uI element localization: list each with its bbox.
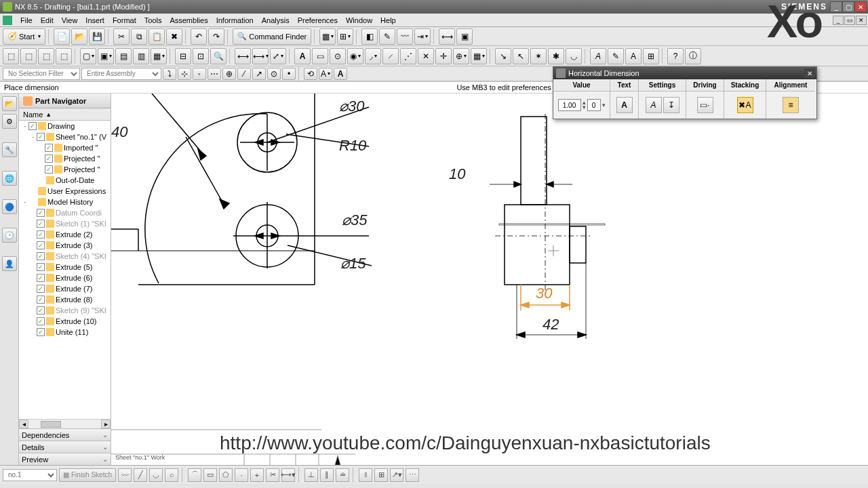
text-a-icon[interactable]: A xyxy=(294,48,311,64)
sk-poly-icon[interactable]: ⬠ xyxy=(219,468,233,482)
mdi-minimize[interactable]: _ xyxy=(833,16,844,25)
dialog-close-button[interactable]: ✕ xyxy=(804,68,815,78)
snap3-icon[interactable]: ◦ xyxy=(193,68,206,80)
roles-tab[interactable]: 👤 xyxy=(2,256,17,271)
sk-dim-icon[interactable]: ⟷▾ xyxy=(281,468,295,482)
snap9-icon[interactable]: • xyxy=(282,68,296,80)
decimal-input[interactable] xyxy=(587,99,601,111)
dim2-icon[interactable]: ⊡ xyxy=(193,48,209,64)
value-input[interactable] xyxy=(558,99,581,111)
sel3-icon[interactable]: ⬚ xyxy=(38,48,54,64)
sk-c2-icon[interactable]: ∥ xyxy=(320,468,334,482)
sk-profile-icon[interactable]: 〰 xyxy=(118,468,132,482)
sk-trim-icon[interactable]: ✂ xyxy=(266,468,279,482)
tree-row[interactable]: ✓Extrude (3) xyxy=(19,240,111,251)
datum-icon[interactable]: ◧ xyxy=(361,28,378,45)
center-icon[interactable]: ✕ xyxy=(418,48,434,64)
sk-circle-icon[interactable]: ○ xyxy=(165,468,178,482)
snap6-icon[interactable]: ∕ xyxy=(237,68,251,80)
preview-section[interactable]: Preview⌄ xyxy=(19,453,111,465)
paste-icon[interactable]: 📋 xyxy=(149,28,165,45)
menu-window[interactable]: Window xyxy=(342,15,376,26)
weld-icon[interactable]: ⟋ xyxy=(382,48,399,64)
finish-sketch-button[interactable]: ▦ Finish Sketch xyxy=(59,468,116,482)
save-icon[interactable]: 💾 xyxy=(89,28,105,45)
tree-row[interactable]: Out-of-Date xyxy=(19,175,111,186)
tree-row[interactable]: ✓Extrude (2) xyxy=(19,229,111,240)
gdt-icon[interactable]: ▭ xyxy=(312,48,328,64)
sel4-icon[interactable]: ⬚ xyxy=(56,48,72,64)
start-button[interactable]: 🧭Start▾ xyxy=(3,28,45,45)
info-icon[interactable]: ⓘ xyxy=(685,48,701,64)
open-icon[interactable]: 📂 xyxy=(71,28,87,45)
settings-a-button[interactable]: A xyxy=(646,97,662,113)
details-section[interactable]: Details⌄ xyxy=(19,441,111,453)
layer-icon[interactable]: ▦▾ xyxy=(319,28,336,45)
tree-row[interactable]: ✓Extrude (6) xyxy=(19,272,111,283)
tan-icon[interactable]: ◡ xyxy=(566,48,582,64)
sk-c3-icon[interactable]: ≐ xyxy=(336,468,349,482)
sk-line-icon[interactable]: ╱ xyxy=(134,468,147,482)
tree-row[interactable]: ✓Projected " xyxy=(19,153,111,164)
mdi-close[interactable]: ✕ xyxy=(856,16,867,25)
cut-icon[interactable]: ✂ xyxy=(113,28,130,45)
minimize-button[interactable]: _ xyxy=(830,1,842,12)
mdi-restore[interactable]: ▭ xyxy=(844,16,855,25)
tree-row[interactable]: -✓Drawing xyxy=(19,121,111,131)
tree-row[interactable]: ✓Unite (11) xyxy=(19,327,111,338)
settings-arrow-button[interactable]: ↧ xyxy=(663,97,679,113)
navigator-tree[interactable]: -✓Drawing-✓Sheet "no.1" (V✓Imported "✓Pr… xyxy=(19,121,111,419)
tree-row[interactable]: -Model History xyxy=(19,197,111,207)
end2-icon[interactable]: ↖ xyxy=(513,48,529,64)
menu-file[interactable]: File xyxy=(16,15,37,26)
snap7-icon[interactable]: ↗ xyxy=(252,68,266,80)
dialog-title-bar[interactable]: Horizontal Dimension ✕ xyxy=(553,67,816,79)
balloon-icon[interactable]: ◉▾ xyxy=(347,48,363,64)
reuse-tab[interactable]: 🌐 xyxy=(2,171,17,186)
sk-fillet-icon[interactable]: ⌒ xyxy=(188,468,201,482)
command-finder[interactable]: 🔍Command Finder xyxy=(233,28,311,45)
constraint-tab[interactable]: 🔧 xyxy=(2,142,17,157)
drawing-canvas[interactable]: ⌀30 R10 ⌀35 ⌀15 40 xyxy=(111,94,868,465)
close-button[interactable]: ✕ xyxy=(854,1,867,12)
end1-icon[interactable]: ↘ xyxy=(495,48,511,64)
par-dim-icon[interactable]: ⤢▾ xyxy=(270,48,286,64)
part-navigator-tab[interactable]: 📂 xyxy=(2,96,17,111)
surf-icon[interactable]: ◞▾ xyxy=(365,48,381,64)
sk-c1-icon[interactable]: ⊥ xyxy=(304,468,318,482)
table-icon[interactable]: ▦▾ xyxy=(471,48,487,64)
menu-insert[interactable]: Insert xyxy=(81,15,108,26)
view2-icon[interactable]: ▣▾ xyxy=(98,48,114,64)
driving-button[interactable]: ▭∙ xyxy=(697,97,713,113)
ver-dim-icon[interactable]: ⟷▾ xyxy=(252,48,269,64)
history-tab[interactable]: 🕒 xyxy=(2,228,17,243)
tree-row[interactable]: ✓Extrude (5) xyxy=(19,262,111,272)
snap5-icon[interactable]: ⊕ xyxy=(222,68,236,80)
selection-filter[interactable]: No Selection Filter xyxy=(3,68,80,80)
delete-icon[interactable]: ✖ xyxy=(166,28,182,45)
center2-icon[interactable]: ✛ xyxy=(435,48,452,64)
sk-mirror-icon[interactable]: ⦀ xyxy=(359,468,372,482)
menu-edit[interactable]: Edit xyxy=(37,15,58,26)
snap8-icon[interactable]: ⊙ xyxy=(267,68,281,80)
section-icon[interactable]: ▣ xyxy=(456,28,473,45)
menu-analysis[interactable]: Analysis xyxy=(258,15,294,26)
int-icon[interactable]: ✱ xyxy=(548,48,564,64)
alignment-button[interactable]: ≡ xyxy=(783,97,799,113)
menu-tools[interactable]: Tools xyxy=(140,15,166,26)
text-style-button[interactable]: A xyxy=(616,97,633,113)
hor-dim-icon[interactable]: ⟷ xyxy=(235,48,251,64)
tree-row[interactable]: ✓Sketch (1) "SKI xyxy=(19,218,111,229)
menu-help[interactable]: Help xyxy=(376,15,400,26)
dim3-icon[interactable]: 🔍 xyxy=(210,48,226,64)
tree-row[interactable]: ✓Projected " xyxy=(19,164,111,175)
view1-icon[interactable]: ▢▾ xyxy=(80,48,96,64)
arrow-set-icon[interactable]: ⇥▾ xyxy=(414,28,431,45)
sk-more-icon[interactable]: ⋯ xyxy=(406,468,419,482)
tree-row[interactable]: ✓Extrude (8) xyxy=(19,294,111,305)
mid-icon[interactable]: ✶ xyxy=(530,48,547,64)
menu-assemblies[interactable]: Assemblies xyxy=(165,15,212,26)
copy-icon[interactable]: ⧉ xyxy=(131,28,147,45)
dim1-icon[interactable]: ⊟ xyxy=(175,48,191,64)
sk-rect-icon[interactable]: ▭ xyxy=(203,468,217,482)
